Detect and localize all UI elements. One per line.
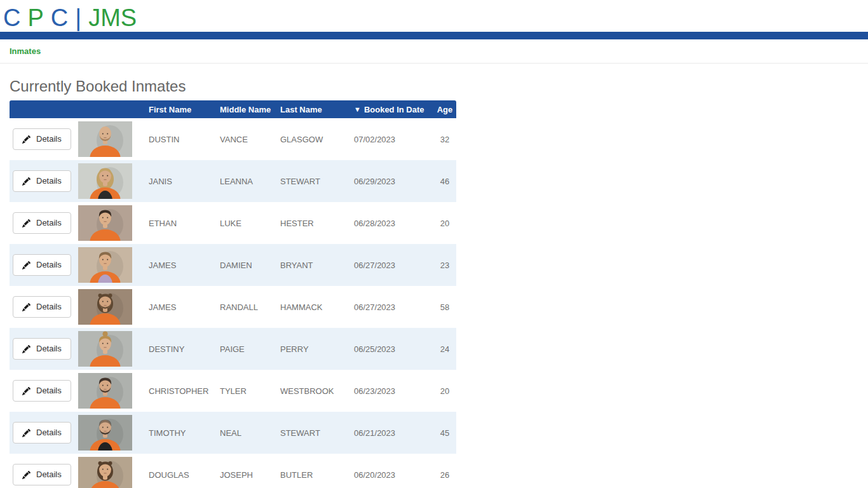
pencil-icon bbox=[22, 471, 31, 479]
breadcrumb-inmates-link[interactable]: Inmates bbox=[10, 46, 41, 56]
booked-date-cell: 06/29/2023 bbox=[354, 160, 433, 202]
table-row: Details DOUGLAS JOSEPH BUTLER 06/20/2023… bbox=[10, 454, 456, 488]
mugshot-photo bbox=[78, 163, 132, 199]
last-name-cell: WESTBROOK bbox=[280, 370, 354, 412]
table-row: Details JAMES RANDALL HAMMACK 06/27/2023… bbox=[10, 286, 456, 328]
mugshot-photo bbox=[78, 289, 132, 325]
details-button-label: Details bbox=[36, 260, 62, 270]
details-button[interactable]: Details bbox=[13, 128, 71, 150]
col-header-details bbox=[10, 100, 78, 118]
details-button[interactable]: Details bbox=[13, 296, 71, 318]
table-header: First Name Middle Name Last Name ▼Booked… bbox=[10, 100, 456, 118]
col-header-booked-in-date[interactable]: ▼Booked In Date bbox=[354, 100, 433, 118]
first-name-cell: JANIS bbox=[149, 160, 220, 202]
table-row: Details ETHAN LUKE HESTER 06/28/2023 20 bbox=[10, 202, 456, 244]
pencil-icon bbox=[22, 387, 31, 395]
logo-letter-c1: C bbox=[3, 5, 20, 30]
details-button[interactable]: Details bbox=[13, 212, 71, 234]
last-name-cell: STEWART bbox=[280, 160, 354, 202]
mugshot-photo bbox=[78, 331, 132, 367]
booked-date-cell: 06/25/2023 bbox=[354, 328, 433, 370]
age-cell: 46 bbox=[433, 160, 456, 202]
first-name-cell: TIMOTHY bbox=[149, 412, 220, 454]
table-row: Details JANIS LEANNA STEWART 06/29/2023 … bbox=[10, 160, 456, 202]
booked-date-cell: 06/21/2023 bbox=[354, 412, 433, 454]
last-name-cell: GLASGOW bbox=[280, 118, 354, 160]
age-cell: 20 bbox=[433, 370, 456, 412]
middle-name-cell: DAMIEN bbox=[220, 244, 280, 286]
middle-name-cell: NEAL bbox=[220, 412, 280, 454]
details-button-label: Details bbox=[36, 218, 62, 228]
last-name-cell: BUTLER bbox=[280, 454, 354, 488]
booked-date-cell: 06/23/2023 bbox=[354, 370, 433, 412]
details-button[interactable]: Details bbox=[13, 170, 71, 192]
middle-name-cell: PAIGE bbox=[220, 328, 280, 370]
age-cell: 20 bbox=[433, 202, 456, 244]
logo-letter-p: P bbox=[27, 5, 43, 30]
details-button[interactable]: Details bbox=[13, 422, 71, 444]
details-button-label: Details bbox=[36, 344, 62, 354]
mugshot-photo bbox=[78, 457, 132, 488]
first-name-cell: JAMES bbox=[149, 244, 220, 286]
pencil-icon bbox=[22, 261, 31, 269]
details-button[interactable]: Details bbox=[13, 380, 71, 402]
table-row: Details TIMOTHY NEAL STEWART 06/21/2023 … bbox=[10, 412, 456, 454]
age-cell: 23 bbox=[433, 244, 456, 286]
page-title: Currently Booked Inmates bbox=[10, 77, 858, 95]
first-name-cell: DUSTIN bbox=[149, 118, 220, 160]
details-button[interactable]: Details bbox=[13, 254, 71, 276]
mugshot-photo bbox=[78, 415, 132, 451]
col-header-age[interactable]: Age bbox=[433, 100, 456, 118]
last-name-cell: BRYANT bbox=[280, 244, 354, 286]
inmate-rows: Details DUSTIN VANCE GLASGOW 07/02/2023 … bbox=[10, 118, 456, 488]
booked-date-cell: 07/02/2023 bbox=[354, 118, 433, 160]
booked-date-cell: 06/27/2023 bbox=[354, 286, 433, 328]
middle-name-cell: VANCE bbox=[220, 118, 280, 160]
details-button-label: Details bbox=[36, 176, 62, 186]
first-name-cell: ETHAN bbox=[149, 202, 220, 244]
pencil-icon bbox=[22, 219, 31, 227]
booked-in-date-label: Booked In Date bbox=[364, 105, 424, 114]
site-logo[interactable]: CPC|JMS bbox=[0, 0, 868, 30]
main-content: Currently Booked Inmates First Name Midd… bbox=[0, 77, 868, 488]
first-name-cell: JAMES bbox=[149, 286, 220, 328]
col-header-first-name[interactable]: First Name bbox=[149, 100, 220, 118]
details-button[interactable]: Details bbox=[13, 464, 71, 485]
age-cell: 32 bbox=[433, 118, 456, 160]
age-cell: 24 bbox=[433, 328, 456, 370]
details-button[interactable]: Details bbox=[13, 338, 71, 360]
breadcrumb: Inmates bbox=[0, 39, 868, 64]
col-header-middle-name[interactable]: Middle Name bbox=[220, 100, 280, 118]
age-cell: 45 bbox=[433, 412, 456, 454]
details-button-label: Details bbox=[36, 428, 62, 438]
last-name-cell: PERRY bbox=[280, 328, 354, 370]
sort-desc-icon: ▼ bbox=[354, 105, 361, 113]
booked-date-cell: 06/28/2023 bbox=[354, 202, 433, 244]
first-name-cell: DOUGLAS bbox=[149, 454, 220, 488]
middle-name-cell: LUKE bbox=[220, 202, 280, 244]
details-button-label: Details bbox=[36, 470, 62, 480]
logo-suffix-jms: JMS bbox=[88, 5, 137, 30]
last-name-cell: HAMMACK bbox=[280, 286, 354, 328]
col-header-last-name[interactable]: Last Name bbox=[280, 100, 354, 118]
logo-letter-c2: C bbox=[51, 5, 68, 30]
table-row: Details JAMES DAMIEN BRYANT 06/27/2023 2… bbox=[10, 244, 456, 286]
pencil-icon bbox=[22, 303, 31, 311]
table-row: Details CHRISTOPHER TYLER WESTBROOK 06/2… bbox=[10, 370, 456, 412]
middle-name-cell: JOSEPH bbox=[220, 454, 280, 488]
mugshot-photo bbox=[78, 205, 132, 241]
pencil-icon bbox=[22, 177, 31, 186]
last-name-cell: HESTER bbox=[280, 202, 354, 244]
age-cell: 26 bbox=[433, 454, 456, 488]
col-header-photo bbox=[78, 100, 149, 118]
table-row: Details DESTINY PAIGE PERRY 06/25/2023 2… bbox=[10, 328, 456, 370]
inmates-table: First Name Middle Name Last Name ▼Booked… bbox=[10, 100, 456, 488]
mugshot-photo bbox=[78, 121, 132, 157]
pencil-icon bbox=[22, 135, 31, 144]
details-button-label: Details bbox=[36, 134, 62, 144]
pencil-icon bbox=[22, 429, 31, 437]
details-button-label: Details bbox=[36, 386, 62, 396]
header-bar bbox=[0, 32, 868, 39]
first-name-cell: CHRISTOPHER bbox=[149, 370, 220, 412]
details-button-label: Details bbox=[36, 302, 62, 312]
